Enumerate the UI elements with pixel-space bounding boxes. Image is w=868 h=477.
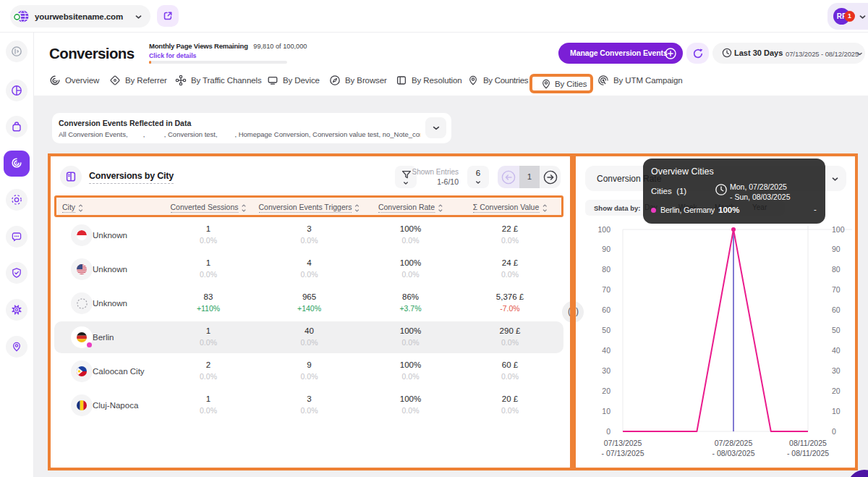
svg-text:100: 100: [832, 225, 845, 234]
svg-text:100: 100: [597, 225, 610, 234]
svg-text:10: 10: [832, 407, 841, 415]
svg-text:0: 0: [606, 427, 610, 436]
svg-text:10: 10: [602, 407, 610, 415]
svg-text:70: 70: [602, 285, 610, 294]
svg-text:07/13/2025: 07/13/2025: [604, 439, 642, 447]
svg-text:40: 40: [832, 346, 841, 355]
svg-text:70: 70: [832, 285, 841, 294]
svg-text:30: 30: [832, 366, 841, 375]
svg-text:- 07/13/2025: - 07/13/2025: [602, 449, 644, 457]
svg-text:- 08/11/2025: - 08/11/2025: [787, 449, 829, 457]
svg-text:60: 60: [832, 305, 841, 314]
svg-text:20: 20: [602, 387, 610, 395]
svg-text:- 08/03/2025: - 08/03/2025: [712, 449, 755, 457]
svg-text:80: 80: [602, 265, 610, 274]
svg-text:20: 20: [832, 387, 841, 395]
svg-text:80: 80: [832, 265, 841, 274]
svg-text:40: 40: [602, 346, 610, 355]
svg-text:30: 30: [602, 366, 610, 375]
svg-text:07/28/2025: 07/28/2025: [715, 439, 753, 447]
svg-text:60: 60: [602, 305, 610, 314]
svg-text:90: 90: [602, 245, 610, 253]
svg-text:50: 50: [832, 326, 841, 334]
svg-text:08/11/2025: 08/11/2025: [789, 439, 827, 447]
svg-text:0: 0: [832, 427, 836, 436]
svg-text:50: 50: [602, 326, 610, 334]
svg-text:90: 90: [832, 245, 841, 253]
